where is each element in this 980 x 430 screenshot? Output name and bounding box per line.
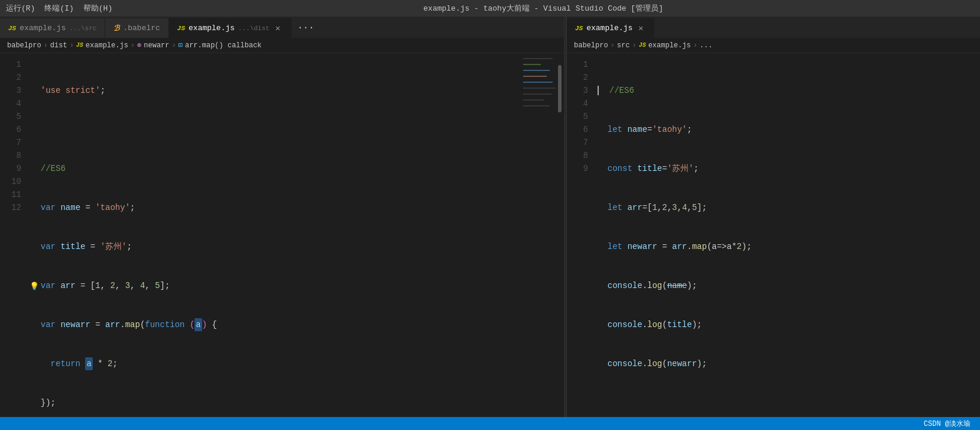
code-token: { (207, 318, 217, 331)
code-token: ]; (160, 279, 170, 292)
left-code-content[interactable]: 'use strict'; //ES6 var name = 'taohy'; … (28, 53, 520, 417)
breadcrumb-part: babelpro (7, 41, 41, 50)
code-line: return a * 2; (28, 357, 520, 370)
left-editor-pane: JS example.js ...\src ℬ .babelrc JS exam… (0, 17, 564, 417)
tab-example-dist[interactable]: JS example.js ...\dist ✕ (169, 18, 291, 38)
code-token: map (125, 318, 140, 331)
code-token: ( (662, 357, 667, 370)
code-line: //ES6 (595, 84, 980, 97)
code-token: , (657, 201, 662, 214)
svg-rect-6 (523, 93, 551, 95)
tabs-more-button[interactable]: ··· (291, 18, 320, 38)
code-token: }); (31, 396, 56, 409)
code-token (80, 357, 85, 370)
code-token: . (642, 279, 647, 292)
code-token (56, 318, 60, 331)
code-line (28, 123, 520, 136)
breadcrumb-symbol-icon: ⊛ (137, 41, 141, 50)
line-numbers: 1 2 3 4 5 6 7 8 9 10 11 12 (0, 53, 28, 417)
code-token: , (130, 279, 140, 292)
close-icon[interactable]: ✕ (636, 23, 645, 33)
title-bar-menu[interactable]: 运行(R) 终端(I) 帮助(H) (6, 3, 112, 14)
code-token: function (145, 318, 184, 331)
tab-example-src-right[interactable]: JS example.js ✕ (567, 18, 654, 38)
code-line: console.log(newarr); (595, 357, 980, 370)
tab-example-src[interactable]: JS example.js ...\src (0, 18, 105, 38)
code-token: , (100, 279, 111, 292)
code-token: ]; (697, 201, 707, 214)
tab-path: ...\dist (238, 25, 270, 32)
breadcrumb-sep: › (632, 41, 636, 50)
code-token: log (647, 279, 662, 292)
line-num: 2 (0, 71, 21, 84)
code-token: = (662, 162, 667, 175)
code-token: ; (687, 123, 692, 136)
code-token: (a=>a* (707, 240, 736, 253)
breadcrumb-fn-icon: ⊡ (179, 41, 183, 50)
line-num: 2 (567, 71, 588, 84)
status-credit: CSDN @淡水瑜 (924, 419, 971, 429)
close-icon[interactable]: ✕ (273, 23, 283, 33)
line-num: 9 (567, 162, 588, 175)
menu-terminal[interactable]: 终端(I) (44, 3, 73, 14)
line-num: 12 (0, 201, 21, 214)
code-token: * (93, 357, 108, 370)
right-code-content[interactable]: //ES6 let name='taohy'; const title='苏州'… (595, 53, 980, 417)
code-token: newarr (627, 240, 657, 253)
line-num: 1 (0, 58, 21, 71)
code-token: = (90, 318, 105, 331)
code-token: ) (202, 318, 207, 331)
code-token: 2 (110, 279, 115, 292)
menu-help[interactable]: 帮助(H) (83, 3, 112, 14)
svg-rect-7 (523, 99, 544, 101)
main-area: JS example.js ...\src ℬ .babelrc JS exam… (0, 17, 980, 417)
code-token: 3 (672, 201, 677, 214)
breadcrumb-part: dist (50, 41, 67, 50)
tab-babelrc[interactable]: ℬ .babelrc (105, 18, 168, 38)
code-line: let newarr = arr.map(a=>a*2); (595, 240, 980, 253)
vertical-scrollbar[interactable] (556, 53, 564, 417)
code-token: '苏州' (667, 162, 694, 175)
js-icon: JS (639, 42, 646, 49)
title-bar: 运行(R) 终端(I) 帮助(H) example.js - taohy大前端 … (0, 0, 980, 17)
right-tabs-container: JS example.js ✕ (567, 17, 980, 38)
code-token: var (31, 318, 56, 331)
code-token: , (687, 201, 692, 214)
line-num: 6 (0, 123, 21, 136)
code-token: 'use strict' (31, 84, 100, 97)
code-token: 4 (682, 201, 687, 214)
left-breadcrumb: babelpro › dist › JS example.js › ⊛ newa… (0, 38, 564, 53)
breadcrumb-part: newarr (144, 41, 169, 50)
code-token: ); (742, 240, 752, 253)
code-token: name (60, 201, 80, 214)
svg-rect-0 (523, 58, 553, 59)
scrollbar-thumb[interactable] (558, 65, 562, 112)
code-token (56, 201, 60, 214)
code-token: name (667, 279, 687, 292)
code-token: console (598, 357, 642, 370)
line-num: 6 (567, 123, 588, 136)
right-line-numbers: 1 2 3 4 5 6 7 8 9 (567, 53, 595, 417)
breadcrumb-sep: › (44, 41, 48, 50)
code-token: 3 (125, 279, 130, 292)
code-line: }); (28, 396, 520, 409)
code-token: log (647, 318, 662, 331)
code-token (622, 201, 627, 214)
code-token: = (647, 123, 652, 136)
code-token: , (145, 279, 155, 292)
tab-label: example.js (586, 24, 632, 33)
right-code-area: 1 2 3 4 5 6 7 8 9 //ES6 let name='taohy'… (567, 53, 980, 417)
js-icon: JS (8, 25, 16, 32)
code-token: newarr (60, 318, 90, 331)
code-token: let (598, 240, 622, 253)
svg-rect-8 (523, 105, 550, 106)
window-title: example.js - taohy大前端 - Visual Studio Co… (112, 3, 974, 14)
code-token: , (677, 201, 682, 214)
menu-run[interactable]: 运行(R) (6, 3, 35, 14)
line-num: 7 (567, 136, 588, 149)
breadcrumb-part: example.js (86, 41, 128, 50)
line-num: 8 (0, 149, 21, 162)
breadcrumb-part: arr.map() callback (185, 41, 262, 50)
code-token: ; (126, 240, 131, 253)
code-token: var (31, 201, 56, 214)
